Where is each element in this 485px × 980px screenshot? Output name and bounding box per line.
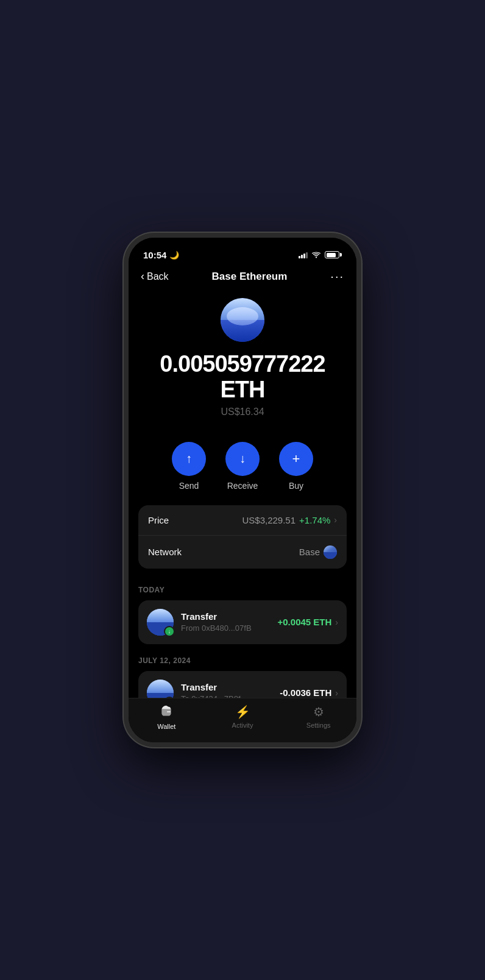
buy-icon: +: [279, 442, 313, 476]
wallet-tab-label: Wallet: [157, 723, 175, 730]
tx-title: Transfer: [181, 611, 271, 622]
status-bar: 10:54 🌙: [129, 238, 356, 265]
status-time: 10:54: [143, 250, 166, 260]
svg-point-0: [316, 257, 317, 258]
coin-header: 0.005059777222 ETH US$16.34: [129, 288, 356, 430]
receive-icon: ↓: [225, 442, 260, 476]
page-title: Base Ethereum: [212, 271, 288, 283]
price-change: +1.74%: [299, 515, 330, 525]
coin-usd-value: US$16.34: [221, 407, 264, 417]
status-icons: [299, 251, 342, 258]
tx-amount-wrap: +0.0045 ETH ›: [278, 617, 338, 627]
settings-tab-icon: ⚙: [313, 705, 324, 719]
tx-icon-wrap: ↓: [147, 609, 174, 636]
send-label: Send: [179, 481, 199, 491]
tx-title: Transfer: [181, 682, 272, 692]
network-row: Network Base: [138, 536, 347, 569]
more-button[interactable]: ···: [330, 269, 344, 283]
tab-bar: Wallet ⚡ Activity ⚙ Settings: [129, 698, 356, 742]
receive-badge-icon: ↓: [164, 626, 175, 637]
tx-chevron-icon: ›: [335, 617, 338, 627]
signal-icon: [299, 251, 308, 258]
back-chevron-icon: ‹: [141, 270, 144, 283]
transaction-card-today: ↓ Transfer From 0xB480...07fB +0.0045 ET…: [138, 600, 347, 644]
tx-address: From 0xB480...07fB: [181, 623, 271, 633]
wifi-icon: [311, 251, 321, 258]
tx-amount-wrap: -0.0036 ETH ›: [280, 687, 338, 698]
battery-icon: [325, 251, 342, 258]
wallet-tab-icon: [160, 705, 173, 720]
tab-wallet[interactable]: Wallet: [129, 705, 205, 730]
info-card: Price US$3,229.51 +1.74% › Network Base: [138, 505, 347, 569]
network-label: Network: [148, 547, 182, 557]
send-button[interactable]: ↑ Send: [172, 442, 206, 491]
tx-info: Transfer From 0xB480...07fB: [181, 611, 271, 633]
receive-label: Receive: [227, 481, 258, 491]
nav-bar: ‹ Back Base Ethereum ···: [129, 265, 356, 288]
back-label: Back: [147, 271, 169, 282]
tx-amount: -0.0036 ETH: [280, 687, 331, 698]
price-value: US$3,229.51 +1.74% ›: [242, 515, 337, 525]
price-row[interactable]: Price US$3,229.51 +1.74% ›: [138, 505, 347, 536]
coin-logo: [221, 298, 264, 342]
section-date-today: TODAY: [138, 581, 347, 600]
network-icon: [324, 545, 337, 559]
activity-tab-label: Activity: [232, 722, 253, 729]
price-usd: US$3,229.51: [242, 515, 296, 525]
section-date-july12: JULY 12, 2024: [138, 652, 347, 671]
back-button[interactable]: ‹ Back: [141, 270, 169, 283]
tx-amount: +0.0045 ETH: [278, 617, 332, 627]
price-chevron-icon: ›: [334, 515, 337, 525]
tab-activity[interactable]: ⚡ Activity: [205, 705, 281, 730]
network-value: Base: [299, 545, 337, 559]
network-name: Base: [299, 547, 320, 557]
price-label: Price: [148, 515, 169, 525]
buy-label: Buy: [289, 481, 303, 491]
settings-tab-label: Settings: [306, 722, 331, 729]
tab-settings[interactable]: ⚙ Settings: [280, 705, 356, 730]
tx-chevron-icon: ›: [335, 688, 338, 698]
table-row[interactable]: ↓ Transfer From 0xB480...07fB +0.0045 ET…: [138, 600, 347, 644]
activity-tab-icon: ⚡: [235, 705, 250, 719]
send-icon: ↑: [172, 442, 206, 476]
action-buttons: ↑ Send ↓ Receive + Buy: [129, 430, 356, 505]
receive-button[interactable]: ↓ Receive: [225, 442, 260, 491]
coin-amount: 0.005059777222 ETH: [141, 352, 344, 403]
moon-icon: 🌙: [169, 250, 179, 260]
buy-button[interactable]: + Buy: [279, 442, 313, 491]
